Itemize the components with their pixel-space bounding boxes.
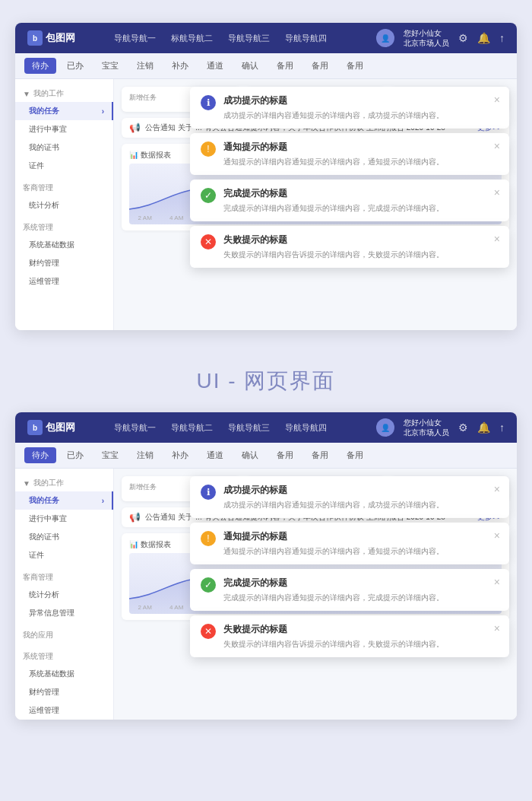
nav-right-1: 👤 您好小仙女 北京市场人员 ⚙ 🔔 ↑ (376, 28, 505, 48)
toast-desc-error-2: 失败提示的详细内容告诉提示的详细内容，失败提示的详细内容。 (223, 638, 486, 650)
sidebar-2: ▼我的工作 我的任务 › 进行中事宜 我的证书 证件 客商管理 统计分析 异常信… (15, 469, 114, 720)
toast-desc-warning-1: 通知提示的详细内容通知提示的详细内容，通知提示的详细内容。 (223, 156, 486, 167)
subtab-1-7[interactable]: 备用 (269, 58, 301, 74)
subtab-1-1[interactable]: 已办 (59, 58, 91, 74)
panel1: b 包图网 导航导航一 标航导航二 导航导航三 导航导航四 👤 您好小仙女 北京… (15, 23, 517, 330)
subtab-1-4[interactable]: 补办 (164, 58, 196, 74)
user-info-2: 您好小仙女 北京市场人员 (404, 418, 449, 437)
toast-desc-info-1: 成功提示的详细内容通知提示的详细内容，成功提示的详细内容。 (223, 110, 486, 121)
sidebar-item-stats-2[interactable]: 统计分析 (15, 586, 113, 604)
toast-body-success-2: 完成提示的标题 完成提示的详细内容通知提示的详细内容，完成提示的详细内容。 (223, 577, 486, 603)
toast-title-success-2: 完成提示的标题 (223, 577, 486, 590)
nav-link-2-4[interactable]: 导航导航四 (285, 422, 327, 434)
subtab-1-9[interactable]: 备用 (339, 58, 371, 74)
toast-overlay-1: ℹ 成功提示的标题 成功提示的详细内容通知提示的详细内容，成功提示的详细内容。 … (190, 87, 509, 268)
data-icon-2: 📊 数据报表 (129, 539, 171, 550)
announcement-icon-1: 📢 (129, 122, 141, 133)
subtab-1-6[interactable]: 确认 (234, 58, 266, 74)
subtab-active-1[interactable]: 待办 (24, 58, 56, 74)
nav-link-1[interactable]: 导航导航一 (114, 33, 156, 44)
subtab-1-8[interactable]: 备用 (304, 58, 336, 74)
nav-link-2-1[interactable]: 导航导航一 (114, 422, 156, 434)
sidebar-header-myapp-2: 我的应用 (15, 627, 113, 644)
sidebar-1: ▼我的工作 我的任务 › 进行中事宜 我的证书 证件 客商管理 统计分析 系统管… (15, 79, 114, 330)
subtab-2-1[interactable]: 已办 (59, 447, 91, 463)
nav-link-2-3[interactable]: 导航导航三 (228, 422, 270, 434)
nav-links-2: 导航导航一 导航导航二 导航导航三 导航导航四 (114, 422, 358, 434)
section2-wrapper: b 包图网 导航导航一 导航导航二 导航导航三 导航导航四 👤 您好小仙女 北京… (0, 412, 532, 742)
subtab-2-4[interactable]: 补办 (164, 447, 196, 463)
sidebar-item-sysdata-1[interactable]: 系统基础数据 (15, 236, 113, 254)
subtab-1-3[interactable]: 注销 (129, 58, 161, 74)
toast-error-2: ✕ 失败提示的标题 失败提示的详细内容告诉提示的详细内容，失败提示的详细内容。 … (190, 615, 509, 657)
subtab-2-6[interactable]: 确认 (234, 447, 266, 463)
toast-close-success-1[interactable]: × (494, 187, 500, 198)
nav-link-2-2[interactable]: 导航导航二 (171, 422, 213, 434)
sidebar-item-mytask-1[interactable]: 我的任务 › (15, 102, 113, 120)
sidebar-item-contract-2[interactable]: 财约管理 (15, 683, 113, 701)
toast-icon-info-1: ℹ (201, 95, 216, 110)
top-nav-1: b 包图网 导航导航一 标航导航二 导航导航三 导航导航四 👤 您好小仙女 北京… (15, 23, 517, 53)
subtab-2-5[interactable]: 通道 (199, 447, 231, 463)
toast-close-warning-2[interactable]: × (494, 530, 500, 541)
sidebar-item-anomaly-2[interactable]: 异常信息管理 (15, 604, 113, 622)
bell-icon-2[interactable]: 🔔 (477, 421, 490, 434)
subtab-1-5[interactable]: 通道 (199, 58, 231, 74)
nav-right-2: 👤 您好小仙女 北京市场人员 ⚙ 🔔 ↑ (376, 418, 505, 437)
toast-close-warning-1[interactable]: × (494, 141, 500, 151)
toast-close-success-2[interactable]: × (494, 577, 500, 587)
toast-desc-error-1: 失败提示的详细内容告诉提示的详细内容，失败提示的详细内容。 (223, 249, 486, 260)
toast-info-2: ℹ 成功提示的标题 成功提示的详细内容通知提示的详细内容，成功提示的详细内容。 … (190, 476, 509, 518)
subtab-2-9[interactable]: 备用 (339, 447, 371, 463)
sidebar-item-progress-2[interactable]: 进行中事宜 (15, 510, 113, 528)
subtab-2-3[interactable]: 注销 (129, 447, 161, 463)
sidebar-header-sys-1: 系统管理 (15, 219, 113, 236)
nav-link-4[interactable]: 导航导航四 (285, 33, 327, 44)
toast-close-error-1[interactable]: × (494, 234, 500, 244)
toast-title-success-1: 完成提示的标题 (223, 187, 486, 200)
sidebar-item-id-2[interactable]: 证件 (15, 546, 113, 564)
subtab-active-2[interactable]: 待办 (24, 447, 56, 463)
settings-icon-1[interactable]: ⚙ (458, 32, 468, 44)
subtab-1-2[interactable]: 宝宝 (94, 58, 126, 74)
toast-close-error-2[interactable]: × (494, 623, 500, 634)
sidebar-item-sysdata-2[interactable]: 系统基础数据 (15, 665, 113, 683)
subtab-2-7[interactable]: 备用 (269, 447, 301, 463)
user-info-1: 您好小仙女 北京市场人员 (404, 28, 449, 48)
sidebar-section-manage-1: 客商管理 统计分析 (15, 180, 113, 215)
sidebar-item-cert-2[interactable]: 我的证书 (15, 528, 113, 546)
main-layout-2: ▼我的工作 我的任务 › 进行中事宜 我的证书 证件 客商管理 统计分析 异常信… (15, 469, 517, 720)
share-icon-1[interactable]: ↑ (499, 32, 505, 44)
sidebar-item-id-1[interactable]: 证件 (15, 157, 113, 175)
panel2: b 包图网 导航导航一 导航导航二 导航导航三 导航导航四 👤 您好小仙女 北京… (15, 412, 517, 720)
sidebar-item-contract-1[interactable]: 财约管理 (15, 254, 113, 272)
sub-nav-2: 待办 已办 宝宝 注销 补办 通道 确认 备用 备用 备用 (15, 443, 517, 469)
avatar-2: 👤 (376, 418, 394, 437)
announcement-icon-2: 📢 (129, 512, 141, 523)
toast-title-info-1: 成功提示的标题 (223, 94, 486, 107)
sidebar-item-stats-1[interactable]: 统计分析 (15, 196, 113, 215)
subtab-2-2[interactable]: 宝宝 (94, 447, 126, 463)
sidebar-section-work-2: ▼我的工作 我的任务 › 进行中事宜 我的证书 证件 (15, 475, 113, 564)
settings-icon-2[interactable]: ⚙ (458, 421, 468, 434)
toast-body-success-1: 完成提示的标题 完成提示的详细内容通知提示的详细内容，完成提示的详细内容。 (223, 187, 486, 214)
sidebar-section-work-1: ▼我的工作 我的任务 › 进行中事宜 我的证书 证件 (15, 85, 113, 175)
sidebar-item-ops-1[interactable]: 运维管理 (15, 272, 113, 291)
toast-close-info-2[interactable]: × (494, 484, 500, 494)
nav-link-3[interactable]: 导航导航三 (228, 33, 270, 44)
logo-icon-1: b (27, 30, 43, 46)
sidebar-item-ops-2[interactable]: 运维管理 (15, 701, 113, 720)
toast-body-info-2: 成功提示的标题 成功提示的详细内容通知提示的详细内容，成功提示的详细内容。 (223, 484, 486, 510)
sidebar-item-mytask-2[interactable]: 我的任务 › (15, 491, 113, 510)
sub-nav-1: 待办 已办 宝宝 注销 补办 通道 确认 备用 备用 备用 (15, 53, 517, 79)
toast-title-error-1: 失败提示的标题 (223, 234, 486, 246)
sidebar-item-cert-1[interactable]: 我的证书 (15, 138, 113, 157)
nav-link-2[interactable]: 标航导航二 (171, 33, 213, 44)
user-name-1: 您好小仙女 (404, 28, 449, 38)
sidebar-item-progress-1[interactable]: 进行中事宜 (15, 120, 113, 138)
share-icon-2[interactable]: ↑ (499, 421, 505, 434)
toast-close-info-1[interactable]: × (494, 94, 500, 105)
sidebar-header-sys-2: 系统管理 (15, 648, 113, 665)
bell-icon-1[interactable]: 🔔 (477, 32, 490, 44)
subtab-2-8[interactable]: 备用 (304, 447, 336, 463)
